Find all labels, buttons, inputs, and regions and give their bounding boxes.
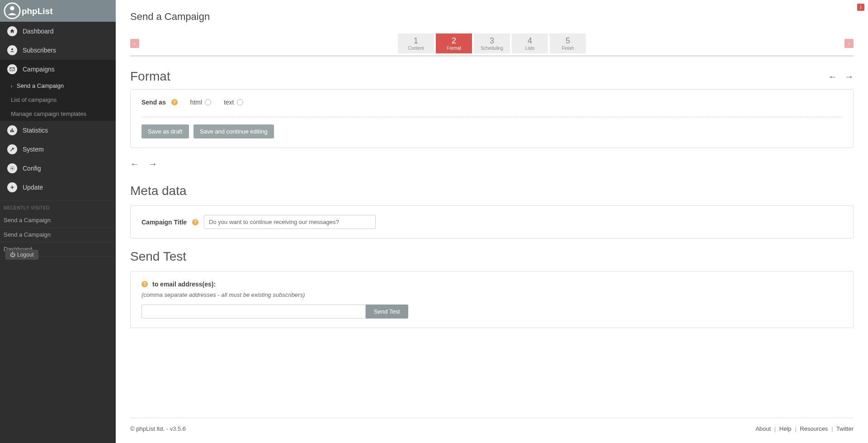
sidebar-item-label: Config	[23, 165, 41, 172]
sidebar-item-label: System	[23, 146, 44, 153]
sidebar-item-label: Dashboard	[23, 28, 54, 35]
to-addresses-label: to email address(es):	[152, 281, 216, 288]
step-number: 2	[452, 37, 456, 45]
wizard-divider	[130, 55, 854, 57]
sidebar-sub-manage-templates[interactable]: Manage campaign templates	[0, 107, 116, 121]
sidebar-item-subscribers[interactable]: Subscribers	[0, 41, 116, 60]
step-number: 5	[566, 37, 570, 45]
sidebar-item-label: Update	[23, 184, 43, 191]
footer-version: - v3.5.6	[166, 425, 186, 432]
sidebar-item-dashboard[interactable]: Dashboard	[0, 22, 116, 41]
step-label: Content	[408, 46, 424, 51]
user-icon	[7, 45, 17, 55]
metadata-panel: Campaign Title ?	[130, 205, 854, 238]
svg-point-3	[11, 48, 13, 50]
sidebar-item-campaigns[interactable]: Campaigns	[0, 60, 116, 79]
format-heading: Format	[130, 69, 170, 84]
sidebar-item-label: Subscribers	[23, 47, 56, 54]
context-help-button[interactable]: i	[857, 4, 864, 11]
radio-text[interactable]	[237, 99, 243, 105]
sidebar-item-config[interactable]: Config	[0, 159, 116, 178]
help-icon[interactable]: ?	[142, 281, 148, 287]
svg-text:phpList: phpList	[22, 6, 53, 16]
recent-item[interactable]: Send a Campaign	[0, 228, 116, 242]
svg-point-4	[12, 168, 13, 169]
step-format[interactable]: 2 Format	[436, 33, 472, 53]
step-label: Format	[447, 46, 461, 51]
send-test-panel: ? to email address(es): (comma separate …	[130, 271, 854, 328]
sidebar-item-system[interactable]: System	[0, 140, 116, 159]
send-as-label: Send as	[142, 99, 166, 106]
chevron-right-icon: ›	[11, 84, 12, 89]
next-tab-button[interactable]: →	[844, 71, 854, 82]
help-icon[interactable]: ?	[192, 219, 198, 225]
sidebar-sub-list-campaigns[interactable]: List of campaigns	[0, 93, 116, 107]
footer-copyright[interactable]: © phpList ltd.	[130, 425, 165, 432]
campaign-title-input[interactable]	[204, 215, 376, 229]
recently-visited-label: RECENTLY VISITED	[0, 200, 116, 213]
sidebar-sub-send-campaign[interactable]: › Send a Campaign	[0, 79, 116, 93]
campaign-title-label: Campaign Title	[142, 219, 187, 226]
chart-icon	[7, 125, 17, 135]
main-content: Send a Campaign ‹ 1 Content 2 Format 3 S…	[116, 0, 868, 443]
step-number: 1	[414, 37, 418, 45]
step-content[interactable]: 1 Content	[398, 33, 434, 53]
power-icon: ⏻	[10, 252, 15, 258]
radio-html[interactable]	[205, 99, 211, 105]
test-email-input[interactable]	[142, 305, 366, 319]
svg-point-0	[5, 3, 20, 19]
divider	[142, 117, 842, 117]
footer-help[interactable]: Help	[779, 425, 792, 432]
prev-tab-button[interactable]: ←	[828, 71, 837, 82]
step-number: 4	[528, 37, 532, 45]
gear-icon	[7, 163, 17, 173]
page-title: Send a Campaign	[130, 0, 854, 30]
sidebar-sub-label: List of campaigns	[11, 96, 57, 103]
step-lists[interactable]: 4 Lists	[512, 33, 548, 53]
save-draft-button[interactable]: Save as draft	[142, 124, 189, 138]
wizard-steps: ‹ 1 Content 2 Format 3 Scheduling 4 List…	[130, 33, 854, 53]
logout-button[interactable]: ⏻ Logout	[5, 250, 38, 260]
envelope-icon	[7, 64, 17, 74]
footer: © phpList ltd. - v3.5.6 About | Help | R…	[130, 418, 854, 443]
step-label: Lists	[525, 46, 535, 51]
addresses-hint: (comma separate addresses - all must be …	[142, 291, 842, 298]
footer-twitter[interactable]: Twitter	[836, 425, 854, 432]
next-tab-button-bottom[interactable]: →	[148, 159, 157, 169]
sidebar-item-label: Campaigns	[23, 66, 55, 73]
option-html-label: html	[190, 99, 202, 106]
send-test-button[interactable]: Send Test	[366, 305, 408, 319]
wizard-next-button[interactable]: ›	[844, 39, 854, 48]
sidebar-submenu-campaigns: › Send a Campaign List of campaigns Mana…	[0, 79, 116, 121]
save-continue-button[interactable]: Save and continue editing	[193, 124, 274, 138]
sidebar-item-label: Statistics	[23, 127, 48, 134]
home-icon	[7, 26, 17, 36]
footer-resources[interactable]: Resources	[800, 425, 828, 432]
logo[interactable]: phpList	[0, 0, 116, 22]
wizard-prev-button[interactable]: ‹	[130, 39, 139, 48]
svg-point-1	[10, 6, 14, 10]
sidebar-sub-label: Send a Campaign	[17, 82, 64, 89]
step-scheduling[interactable]: 3 Scheduling	[474, 33, 510, 53]
recent-item[interactable]: Send a Campaign	[0, 213, 116, 228]
step-finish[interactable]: 5 Finish	[550, 33, 586, 53]
logout-label: Logout	[17, 252, 34, 258]
option-text-label: text	[224, 99, 234, 106]
step-label: Finish	[562, 46, 574, 51]
send-test-heading: Send Test	[130, 249, 854, 264]
format-panel: Send as ? html text Save as draft Save a…	[130, 89, 854, 148]
help-icon[interactable]: ?	[171, 99, 178, 105]
prev-tab-button-bottom[interactable]: ←	[130, 159, 139, 169]
sidebar-item-update[interactable]: Update	[0, 178, 116, 197]
footer-about[interactable]: About	[755, 425, 771, 432]
step-number: 3	[490, 37, 494, 45]
sidebar-sub-label: Manage campaign templates	[11, 110, 86, 117]
plus-circle-icon	[7, 182, 17, 192]
metadata-heading: Meta data	[130, 184, 854, 198]
sidebar: phpList Dashboard Subscribers Campaigns …	[0, 0, 116, 443]
wrench-icon	[7, 144, 17, 154]
step-label: Scheduling	[481, 46, 503, 51]
sidebar-item-statistics[interactable]: Statistics	[0, 121, 116, 140]
